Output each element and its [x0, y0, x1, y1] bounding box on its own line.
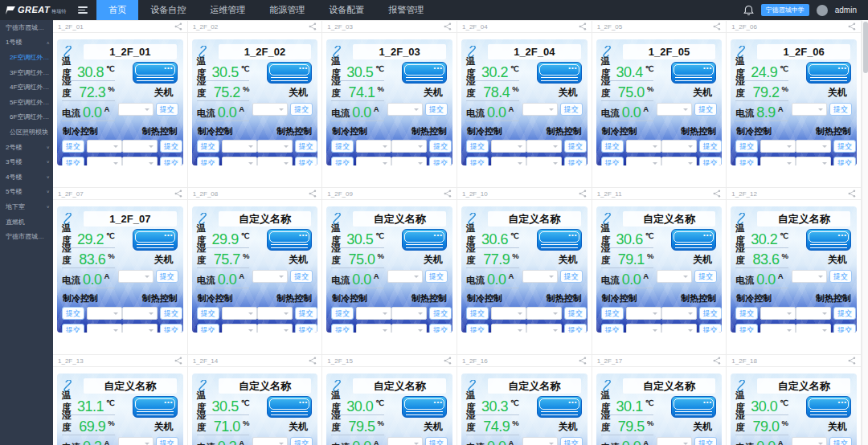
share-icon[interactable]: [848, 357, 856, 365]
cooling-select[interactable]: [760, 140, 796, 153]
heating-submit-button[interactable]: 提交: [564, 157, 587, 165]
cooling-select[interactable]: [356, 307, 391, 320]
heating-select[interactable]: [257, 307, 293, 320]
heating-submit-button[interactable]: 提交: [160, 157, 182, 165]
share-icon[interactable]: [444, 22, 452, 31]
current-submit-button[interactable]: 提交: [425, 437, 448, 445]
nav-tab-0[interactable]: 首页: [96, 0, 138, 20]
current-select[interactable]: [387, 437, 423, 445]
sidebar-item-0[interactable]: 宁德市霞城中学楼...: [0, 20, 53, 35]
cooling-select[interactable]: [626, 324, 661, 333]
nav-tab-2[interactable]: 运维管理: [198, 0, 257, 20]
share-icon[interactable]: [309, 357, 317, 365]
nav-tab-4[interactable]: 设备配置: [317, 0, 376, 20]
heating-submit-button[interactable]: 提交: [295, 307, 317, 320]
sidebar-item-1[interactable]: 1号楼∧: [0, 35, 53, 51]
cooling-submit-button[interactable]: 提交: [735, 307, 758, 320]
heating-select[interactable]: [391, 324, 427, 333]
heating-select[interactable]: [796, 307, 831, 320]
heating-submit-button[interactable]: 提交: [564, 307, 587, 320]
current-select[interactable]: [522, 103, 558, 116]
current-select[interactable]: [657, 437, 692, 445]
share-icon[interactable]: [309, 190, 317, 198]
cooling-select[interactable]: [222, 157, 257, 165]
heating-select[interactable]: [796, 140, 831, 153]
cooling-submit-button[interactable]: 提交: [735, 157, 758, 165]
heating-submit-button[interactable]: 提交: [699, 324, 722, 333]
current-select[interactable]: [118, 437, 154, 445]
sidebar-item-13[interactable]: 直燃机: [0, 214, 53, 230]
sidebar-item-9[interactable]: 3号楼∨: [0, 154, 53, 169]
current-select[interactable]: [252, 437, 288, 445]
cooling-submit-button[interactable]: 提交: [197, 157, 219, 165]
share-icon[interactable]: [713, 22, 721, 31]
heating-submit-button[interactable]: 提交: [160, 324, 182, 333]
cooling-select[interactable]: [356, 324, 391, 333]
nav-tab-3[interactable]: 能源管理: [257, 0, 317, 20]
cooling-select[interactable]: [760, 324, 796, 333]
share-icon[interactable]: [848, 190, 856, 198]
sidebar-item-12[interactable]: 地下室∨: [0, 199, 53, 214]
heating-select[interactable]: [391, 140, 427, 153]
sidebar-item-10[interactable]: 4号楼∨: [0, 169, 53, 185]
cooling-submit-button[interactable]: 提交: [62, 324, 84, 333]
sidebar-item-3[interactable]: 3F空调红外控...: [0, 65, 53, 80]
current-submit-button[interactable]: 提交: [425, 103, 448, 116]
cooling-select[interactable]: [87, 140, 122, 153]
site-badge[interactable]: 宁德霞城中学: [761, 4, 809, 16]
sidebar-item-5[interactable]: 5F空调红外控...: [0, 95, 53, 110]
heating-select[interactable]: [526, 324, 562, 333]
sidebar-item-7[interactable]: 公区照明模块: [0, 125, 53, 140]
heating-submit-button[interactable]: 提交: [564, 324, 587, 333]
heating-select[interactable]: [796, 157, 831, 165]
heating-select[interactable]: [661, 307, 697, 320]
avatar[interactable]: [817, 5, 828, 16]
cooling-select[interactable]: [87, 324, 122, 333]
cooling-select[interactable]: [760, 157, 796, 165]
heating-select[interactable]: [661, 140, 697, 153]
heating-select[interactable]: [391, 157, 427, 165]
current-submit-button[interactable]: 提交: [694, 103, 717, 116]
heating-select[interactable]: [526, 157, 562, 165]
cooling-submit-button[interactable]: 提交: [735, 140, 758, 153]
cooling-submit-button[interactable]: 提交: [601, 140, 624, 153]
heating-select[interactable]: [122, 157, 158, 165]
heating-submit-button[interactable]: 提交: [833, 307, 856, 320]
cooling-select[interactable]: [356, 157, 391, 165]
current-submit-button[interactable]: 提交: [694, 270, 717, 283]
current-select[interactable]: [657, 103, 692, 116]
heating-submit-button[interactable]: 提交: [429, 307, 452, 320]
current-submit-button[interactable]: 提交: [290, 437, 313, 445]
current-select[interactable]: [792, 270, 827, 283]
current-submit-button[interactable]: 提交: [560, 270, 583, 283]
current-select[interactable]: [118, 103, 154, 116]
heating-submit-button[interactable]: 提交: [699, 157, 722, 165]
heating-submit-button[interactable]: 提交: [295, 324, 317, 333]
cooling-submit-button[interactable]: 提交: [466, 324, 489, 333]
heating-submit-button[interactable]: 提交: [833, 140, 856, 153]
heating-select[interactable]: [122, 307, 158, 320]
current-select[interactable]: [657, 270, 692, 283]
cooling-select[interactable]: [626, 140, 661, 153]
cooling-select[interactable]: [356, 140, 391, 153]
cooling-submit-button[interactable]: 提交: [331, 140, 354, 153]
share-icon[interactable]: [579, 190, 587, 198]
menu-collapse-icon[interactable]: [72, 0, 93, 20]
current-select[interactable]: [522, 437, 558, 445]
heating-submit-button[interactable]: 提交: [295, 140, 317, 153]
heating-submit-button[interactable]: 提交: [429, 324, 452, 333]
cooling-select[interactable]: [491, 324, 526, 333]
share-icon[interactable]: [174, 190, 182, 198]
cooling-submit-button[interactable]: 提交: [466, 307, 489, 320]
cooling-select[interactable]: [626, 307, 661, 320]
heating-submit-button[interactable]: 提交: [429, 140, 452, 153]
cooling-select[interactable]: [626, 157, 661, 165]
cooling-select[interactable]: [491, 140, 526, 153]
cooling-submit-button[interactable]: 提交: [331, 307, 354, 320]
scrollbar-thumb[interactable]: [863, 22, 868, 73]
nav-tab-5[interactable]: 报警管理: [376, 0, 436, 20]
heating-select[interactable]: [122, 140, 158, 153]
heating-submit-button[interactable]: 提交: [295, 157, 317, 165]
cooling-submit-button[interactable]: 提交: [62, 157, 84, 165]
heating-select[interactable]: [526, 307, 562, 320]
